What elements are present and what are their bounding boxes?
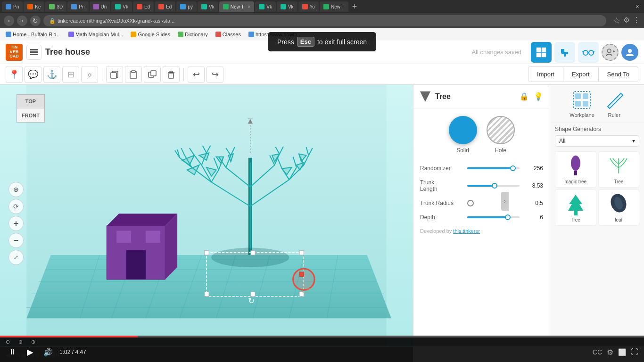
add-person-button[interactable] [602,44,619,61]
cube-front-face[interactable]: FRONT [17,108,45,123]
new-tab-button[interactable]: + [352,2,357,12]
collapse-button[interactable] [420,91,430,102]
delete-button[interactable] [163,66,180,83]
pause-button[interactable]: ⏸ [6,346,19,359]
bookmark-5[interactable]: Classes [213,31,244,38]
tab-7[interactable]: Ed [133,1,154,12]
scene-button-3[interactable]: ⊕ [31,339,35,345]
tree-shape-2[interactable]: Tree [555,189,596,226]
mirror-button[interactable]: ⬦ [81,66,98,83]
solid-option[interactable]: Solid [449,116,477,154]
paste-button[interactable] [125,66,142,83]
svg-rect-9 [564,54,566,57]
tab-9[interactable]: py [176,1,197,12]
settings-button[interactable]: ⚙ [607,348,613,357]
url-bar[interactable]: 🔒 tinkercad.com/things/iXvaD9oXXk-grand-… [43,15,606,26]
svg-rect-46 [126,250,146,280]
divider-2 [183,68,184,81]
tab-2[interactable]: Ke [24,1,44,12]
shape-button[interactable]: 💬 [25,66,41,83]
close-button[interactable]: × [633,3,642,10]
anchor-button[interactable]: ⚓ [43,66,60,83]
orbit-button[interactable]: ⟳ [8,199,24,214]
zoom-in-button[interactable]: + [8,216,24,231]
randomizer-row: Randomizer 256 [413,161,550,175]
tab-11-active[interactable]: New T× [219,1,255,12]
svg-line-133 [626,158,627,161]
captions-button[interactable]: CC [593,348,602,356]
depth-row: Depth 6 [413,210,550,224]
hole-label: Hole [495,147,506,154]
back-button[interactable]: ‹ [4,16,14,26]
view-cube[interactable]: TOP FRONT [9,94,50,134]
tab-8[interactable]: Ed [155,1,175,12]
zoom-out-button[interactable]: − [8,233,24,248]
tab-15[interactable]: New T [320,1,348,12]
grid-view-button[interactable] [531,42,552,63]
tab-4[interactable]: Pn [67,1,88,12]
extensions-icon[interactable]: ⚙ [623,16,630,26]
bookmark-1[interactable]: Home - Buffalo Rid... [3,31,64,38]
tab-12[interactable]: Vk [255,1,276,12]
list-view-button[interactable] [26,45,41,60]
solid-label: Solid [456,147,469,154]
tab-1[interactable]: Pn [2,1,23,12]
tab-10[interactable]: Vk [198,1,218,12]
mute-button[interactable]: 🔊 [41,346,55,359]
bookmark-star[interactable]: ☆ [613,16,620,26]
workplane-button[interactable]: Workplane [570,90,594,118]
duplicate-button[interactable] [144,66,161,83]
glasses-button[interactable] [578,42,599,63]
tree-properties-panel: Tree 🔒 💡 Solid Hole Randomizer [413,85,550,362]
tab-3[interactable]: 3D [45,1,66,12]
magic-tree-shape[interactable]: magic tree [555,151,596,188]
tab-14[interactable]: Yo [298,1,319,12]
lightbulb-icon[interactable]: 💡 [534,92,543,101]
play-button[interactable]: ▶ [24,346,37,359]
reset-view-button[interactable]: ⊕ [8,182,24,197]
leaf-shape[interactable]: leaf [598,189,640,226]
copy-button[interactable] [106,66,123,83]
map-pin-button[interactable]: 📍 [6,66,23,83]
viewport[interactable]: ↻ ☞ TOP FRONT ⊕ ⟳ + − ⤢ [0,85,413,362]
trunk-radius-circle[interactable] [467,200,474,206]
url-text: tinkercad.com/things/iXvaD9oXXk-grand-ka… [58,18,174,24]
import-button[interactable]: Import [528,66,563,82]
svg-line-125 [619,164,623,168]
refresh-button[interactable]: ↻ [30,16,41,26]
menu-icon[interactable]: ⋮ [633,16,640,26]
fit-view-button[interactable]: ⤢ [8,250,24,265]
trunk-length-slider[interactable] [467,185,520,187]
fullscreen-button[interactable]: ⛶ [631,348,638,356]
depth-slider[interactable] [467,216,520,218]
lock-icon[interactable]: 🔒 [520,92,529,101]
bookmark-4[interactable]: Dictionary [175,31,211,38]
forward-button[interactable]: › [17,16,27,26]
tab-13[interactable]: Vk [277,1,297,12]
bookmark-3[interactable]: Google Slides [128,31,173,38]
undo-button[interactable]: ↩ [188,66,205,83]
tab-6[interactable]: Vk [111,1,132,12]
cube-top-face[interactable]: TOP [17,94,45,108]
redo-button[interactable]: ↪ [206,66,223,83]
tree-shape-1[interactable]: Tree [598,151,640,188]
send-to-button[interactable]: Send To [598,66,638,82]
bookmark-2[interactable]: Math Magician Mul... [66,31,126,38]
scene-button-1[interactable]: ⊙ [6,339,10,345]
randomizer-slider[interactable] [467,167,520,169]
svg-line-119 [613,99,615,101]
hammer-button[interactable] [554,42,575,63]
developer-link[interactable]: this.tinkerer [453,228,480,234]
shape-generators-dropdown[interactable]: All ▾ [555,135,639,147]
panel-collapse-arrow[interactable]: › [501,192,509,211]
hole-option[interactable]: Hole [487,116,515,154]
scene-button-2[interactable]: ⊗ [18,339,23,345]
theater-button[interactable]: ⬜ [618,348,626,356]
tinkercad-logo[interactable]: TINKERCAD [6,44,23,61]
export-button[interactable]: Export [563,66,598,82]
ruler-button[interactable]: Ruler [604,90,625,118]
tab-5[interactable]: Un [90,1,111,12]
profile-button[interactable] [621,44,638,61]
align-button[interactable]: ⊞ [62,66,79,83]
esc-key: Esc [297,37,314,47]
